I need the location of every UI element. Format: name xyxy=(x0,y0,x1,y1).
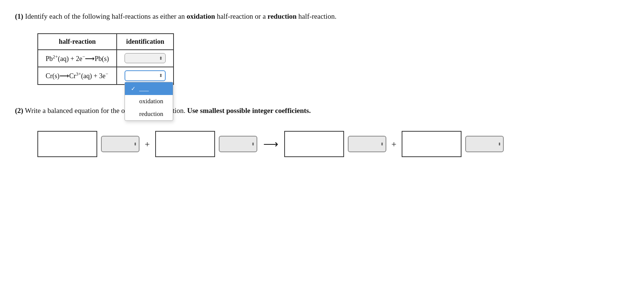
eq-box-3 xyxy=(284,131,344,157)
eq-select-wrapper-2: oxidation reduction ⬍ xyxy=(219,136,257,152)
identification-cell-row1: oxidation reduction ⬍ xyxy=(117,50,174,67)
dropdown-item-blank-label: ___ xyxy=(139,85,149,92)
eq-select-2[interactable]: oxidation reduction xyxy=(219,136,257,152)
table-row: Cr(s)⟶Cr3+(aq) + 3e− oxidation reduction xyxy=(38,67,174,85)
dropdown-item-blank[interactable]: ✓ ___ xyxy=(125,82,173,95)
plus-operator-2: + xyxy=(390,139,398,149)
dropdown-open-container: oxidation reduction ⬍ ✓ ___ xyxy=(125,70,166,81)
e-superscript-row2: − xyxy=(105,71,108,77)
q1-number: (1) xyxy=(15,12,23,20)
eq-box-2 xyxy=(155,131,215,157)
eq-select-1[interactable]: oxidation reduction xyxy=(101,136,139,152)
question2-text: (2) Write a balanced equation for the ov… xyxy=(15,105,629,116)
reaction-arrow: ⟶ xyxy=(261,138,280,150)
page-content: (1) Identify each of the following half-… xyxy=(15,11,629,157)
q2-bold: Use smallest possible integer coefficien… xyxy=(187,107,311,114)
dropdown-item-reduction-label: reduction xyxy=(139,110,163,118)
reaction-text-row2: Cr(s)⟶Cr3+(aq) + 3e− xyxy=(46,72,108,80)
col-header-reaction: half-reaction xyxy=(38,34,117,50)
pb-superscript: 2+ xyxy=(53,54,58,59)
q1-bold-reduction: reduction xyxy=(267,12,297,20)
identification-select-row2[interactable]: oxidation reduction xyxy=(125,70,166,81)
dropdown-item-oxidation[interactable]: oxidation xyxy=(125,95,173,108)
equation-builder: oxidation reduction ⬍ + oxidation reduct… xyxy=(37,131,629,157)
dropdown-item-oxidation-label: oxidation xyxy=(139,98,163,105)
cr-superscript: 3+ xyxy=(76,71,81,77)
dropdown-item-reduction[interactable]: reduction xyxy=(125,108,173,120)
dropdown-list-row2: ✓ ___ oxidation reduction xyxy=(125,82,173,121)
e-superscript-row1: − xyxy=(82,54,85,59)
q1-bold-oxidation: oxidation xyxy=(187,12,215,20)
reaction-row1: Pb2+(aq) + 2e−⟶Pb(s) xyxy=(38,50,117,67)
eq-box-1 xyxy=(37,131,97,157)
select-wrapper-row1: oxidation reduction ⬍ xyxy=(125,53,166,63)
eq-select-3[interactable]: oxidation reduction xyxy=(348,136,386,152)
table-container: half-reaction identification Pb2+(aq) + … xyxy=(37,33,174,85)
plus-operator-1: + xyxy=(143,139,151,149)
eq-box-4 xyxy=(402,131,461,157)
table-row: Pb2+(aq) + 2e−⟶Pb(s) oxidation reduction… xyxy=(38,50,174,67)
reaction-row2: Cr(s)⟶Cr3+(aq) + 3e− xyxy=(38,67,117,85)
col-header-identification: identification xyxy=(117,34,174,50)
eq-select-4[interactable]: oxidation reduction xyxy=(465,136,504,152)
identification-cell-row2: oxidation reduction ⬍ ✓ ___ xyxy=(117,67,174,85)
question1-text: (1) Identify each of the following half-… xyxy=(15,11,629,22)
dropdown-trigger-wrapper: oxidation reduction ⬍ xyxy=(125,70,166,81)
eq-select-wrapper-3: oxidation reduction ⬍ xyxy=(348,136,386,152)
reaction-table: half-reaction identification Pb2+(aq) + … xyxy=(37,33,174,85)
eq-select-wrapper-4: oxidation reduction ⬍ xyxy=(465,136,504,152)
reaction-text-row1: Pb2+(aq) + 2e−⟶Pb(s) xyxy=(46,55,109,62)
identification-select-row1[interactable]: oxidation reduction xyxy=(125,53,166,63)
checkmark-icon: ✓ xyxy=(130,85,136,92)
eq-select-wrapper-1: oxidation reduction ⬍ xyxy=(101,136,139,152)
q2-number: (2) xyxy=(15,107,23,114)
